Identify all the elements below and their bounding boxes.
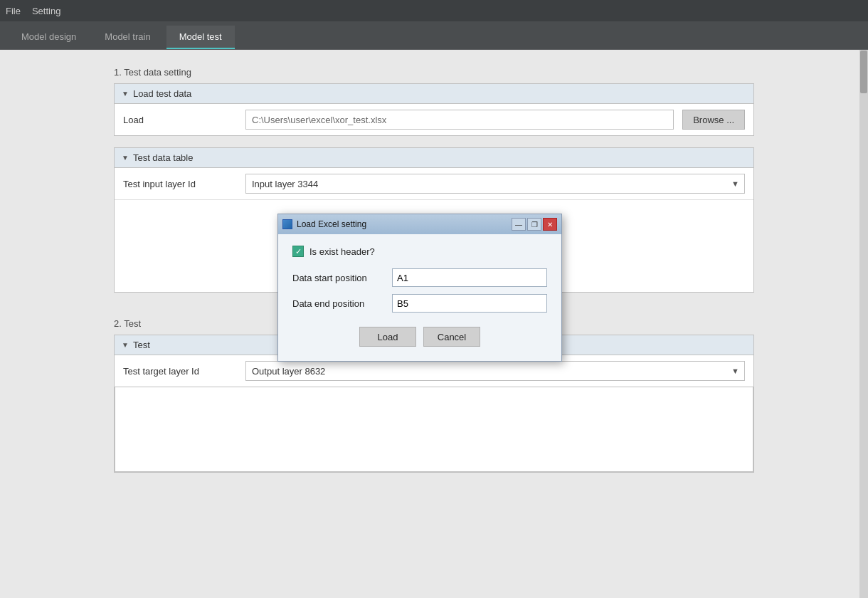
data-end-input[interactable] [392,294,547,313]
modal-cancel-button[interactable]: Cancel [423,327,480,347]
data-start-input[interactable] [392,268,547,287]
header-checkbox-label: Is exist header? [309,246,375,257]
modal-minimize-button[interactable]: — [512,218,526,231]
data-end-label: Data end position [292,298,385,309]
data-start-label: Data start position [292,273,385,283]
header-exists-checkbox[interactable]: ✓ [292,246,304,257]
modal-titlebar: Load Excel setting — ❐ ✕ [278,214,561,234]
modal-dialog: Load Excel setting — ❐ ✕ ✓ Is exist head… [277,214,562,362]
modal-close-button[interactable]: ✕ [543,218,557,231]
modal-title: Load Excel setting [297,219,366,229]
modal-titlebar-left: Load Excel setting [282,219,366,229]
modal-buttons: Load Cancel [292,327,547,347]
modal-controls: — ❐ ✕ [512,218,557,231]
modal-body: ✓ Is exist header? Data start position D… [278,234,561,361]
modal-overlay: Load Excel setting — ❐ ✕ ✓ Is exist head… [0,0,868,598]
modal-icon [282,219,292,229]
data-end-row: Data end position [292,294,547,313]
data-start-row: Data start position [292,268,547,287]
header-checkbox-row: ✓ Is exist header? [292,246,547,257]
modal-restore-button[interactable]: ❐ [527,218,541,231]
modal-load-button[interactable]: Load [359,327,416,347]
